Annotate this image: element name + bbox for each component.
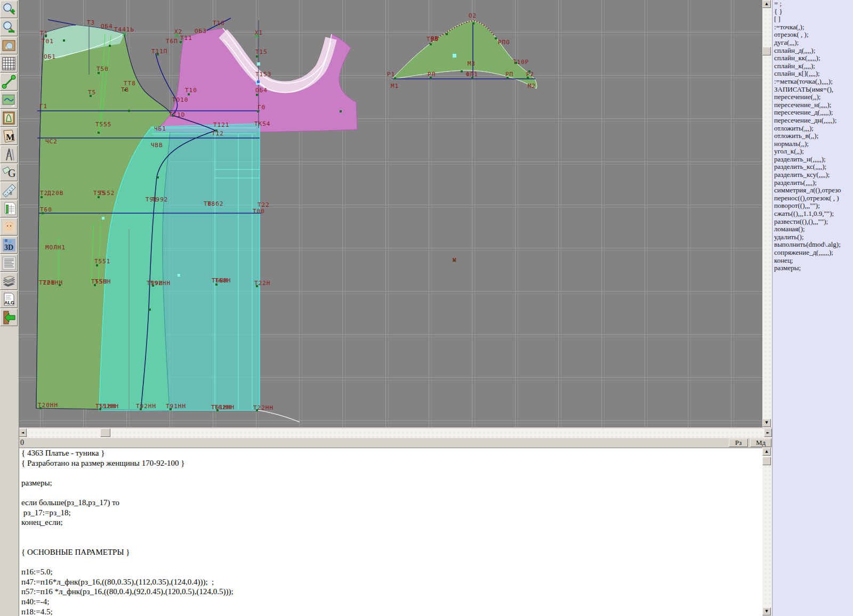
- editor-line[interactable]: размеры;: [19, 478, 762, 488]
- pattern-frame-button[interactable]: [0, 109, 18, 127]
- svg-text:ALG: ALG: [4, 300, 14, 305]
- command-item[interactable]: пересечение_н(,,,,);: [772, 101, 853, 109]
- command-item[interactable]: развести((),(),,,"");: [772, 218, 853, 226]
- command-item[interactable]: [ ]: [772, 15, 853, 23]
- command-item[interactable]: { }: [772, 8, 853, 16]
- md-button[interactable]: Мд: [750, 439, 771, 447]
- command-item[interactable]: перенос((),отрезок( , ): [772, 194, 853, 202]
- editor-line[interactable]: [19, 488, 762, 498]
- command-item[interactable]: сплайн_кк(,,,,,);: [772, 54, 853, 62]
- editor-line[interactable]: { ОСНОВНЫЕ ПАРАМЕТРЫ }: [19, 547, 762, 557]
- command-item[interactable]: угол_к(,,);: [772, 148, 853, 156]
- rz-button[interactable]: Рз: [729, 439, 748, 447]
- svg-text:M: M: [6, 132, 14, 142]
- alg-file-button[interactable]: ALG: [0, 290, 18, 308]
- command-item[interactable]: выполнить(dmod\.alg);: [772, 241, 853, 249]
- command-item[interactable]: нормаль(,,);: [772, 140, 853, 148]
- command-item[interactable]: :=точка(,);: [772, 23, 853, 31]
- grading-g-button[interactable]: G: [0, 164, 18, 181]
- command-item[interactable]: отложить_в(,,);: [772, 132, 853, 140]
- editor-line[interactable]: п57:=п16 *л_фнк(рз_16,((80,0.4),(92,0.45…: [19, 587, 762, 597]
- editor-line[interactable]: рз_17:=рз_18;: [19, 508, 762, 518]
- command-item[interactable]: размеры;: [772, 264, 853, 272]
- svg-text:3D: 3D: [4, 244, 13, 252]
- command-item[interactable]: пересечение(,,);: [772, 93, 853, 101]
- blue-marker: [257, 80, 260, 83]
- editor-scroll-thumb[interactable]: [762, 457, 771, 465]
- editor-line[interactable]: [19, 557, 762, 568]
- command-item[interactable]: поворот((),,,"");: [772, 202, 853, 210]
- scroll-down-icon[interactable]: ▼: [762, 607, 771, 615]
- zoom-out-button[interactable]: [0, 19, 18, 36]
- editor-line[interactable]: [19, 528, 762, 538]
- command-item[interactable]: ЗАПИСАТЬ(имя=(),: [772, 86, 853, 94]
- measure-line-button[interactable]: [0, 73, 18, 91]
- zoom-in-button[interactable]: [0, 1, 18, 18]
- command-item[interactable]: сплайн_к[](,,,,);: [772, 70, 853, 78]
- command-item[interactable]: отложить(,,,);: [772, 125, 853, 133]
- scroll-right-icon[interactable]: ►: [764, 428, 772, 437]
- left-toolbar: M А G 8 3D ALG: [0, 0, 19, 616]
- command-item[interactable]: сопряжение_д(,,,,,,);: [772, 249, 853, 257]
- command-item[interactable]: конец;: [772, 257, 853, 265]
- editor-line[interactable]: { Разработано на размер женщины 170-92-1…: [19, 458, 762, 468]
- editor-line[interactable]: если больше(рз_18,рз_17) то: [19, 498, 762, 508]
- command-item[interactable]: сплайн_к(,,,,);: [772, 62, 853, 70]
- command-item[interactable]: разделить(,,,,);: [772, 179, 853, 187]
- scroll-down-icon[interactable]: ▼: [762, 419, 771, 427]
- editor-line[interactable]: конец_если;: [19, 517, 762, 528]
- editor-line[interactable]: п47:=п16*л_фнк(рз_16,((80,0.35),(112,0.3…: [19, 577, 762, 587]
- command-item[interactable]: отрезок( , );: [772, 31, 853, 39]
- scroll-left-icon[interactable]: ◄: [19, 428, 27, 437]
- command-item[interactable]: разделить_н(,,,,,);: [772, 156, 853, 164]
- command-item[interactable]: :=метка(точка(,),,,,);: [772, 78, 853, 86]
- editor-line[interactable]: [19, 468, 762, 478]
- drafting-tools-button[interactable]: А: [0, 145, 18, 163]
- command-item[interactable]: = ;: [772, 0, 853, 8]
- 3d-view-button[interactable]: 3D: [0, 236, 18, 254]
- command-item[interactable]: симметрия_л((),отрезо: [772, 187, 853, 194]
- editor-line[interactable]: п16:=5.0;: [19, 567, 762, 577]
- canvas-vscrollbar[interactable]: ▲ ▼: [762, 0, 772, 427]
- code-editor[interactable]: { 4363 Платье - туника }{ Разработано на…: [19, 448, 762, 616]
- size-table-button[interactable]: [0, 200, 18, 217]
- editor-line[interactable]: { 4363 Платье - туника }: [19, 448, 762, 458]
- vscroll-thumb[interactable]: [762, 47, 771, 55]
- canvas-hscrollbar[interactable]: ◄ ►: [19, 428, 772, 438]
- books-button[interactable]: [0, 272, 18, 290]
- command-item[interactable]: пересечение_д(,,,,,);: [772, 109, 853, 117]
- svg-text:А: А: [7, 152, 10, 155]
- command-panel[interactable]: = ;{ }[ ]:=точка(,);отрезок( , );дуга(,,…: [772, 0, 853, 616]
- hscroll-thumb[interactable]: [100, 428, 110, 437]
- scroll-up-icon[interactable]: ▲: [762, 448, 771, 456]
- model-photo-button[interactable]: [0, 218, 18, 236]
- command-item[interactable]: сжать((),,,1.1,0.9,"");: [772, 210, 853, 218]
- pattern-m-button[interactable]: M: [0, 127, 18, 145]
- svg-text:8: 8: [10, 191, 12, 196]
- app-window: Т1Т01ОБ1Т3ОБ4Т441ЬТ50ТТ8Т8Т5Г1Т555ЧС2Т2Д…: [0, 0, 853, 616]
- ruler-button[interactable]: 8: [0, 182, 18, 199]
- editor-line[interactable]: п40:=-4;: [19, 597, 762, 607]
- exit-button[interactable]: [0, 309, 18, 326]
- command-item[interactable]: пересечение_дн(,,,,,);: [772, 117, 853, 125]
- editor-line[interactable]: п18:=4.5;: [19, 607, 762, 616]
- picture-button[interactable]: [0, 91, 18, 109]
- status-value: 0: [20, 439, 24, 447]
- command-item[interactable]: удалить();: [772, 233, 853, 241]
- command-item[interactable]: разделить_кс(,,,,);: [772, 163, 853, 171]
- editor-vscrollbar[interactable]: ▲ ▼: [762, 448, 772, 616]
- command-item[interactable]: ломаная();: [772, 225, 853, 233]
- text-list-button[interactable]: [0, 254, 18, 272]
- grid-button[interactable]: [0, 55, 18, 72]
- editor-line[interactable]: [19, 537, 762, 547]
- scroll-up-icon[interactable]: ▲: [762, 0, 771, 8]
- command-item[interactable]: сплайн_д(,,,,);: [772, 47, 853, 55]
- status-bar: 0 Рз Мд: [19, 438, 772, 448]
- view-piece-button[interactable]: [0, 37, 18, 54]
- pattern-drawing: [0, 0, 762, 427]
- command-item[interactable]: разделить_ксу(,,,,);: [772, 171, 853, 179]
- svg-text:G: G: [8, 167, 15, 179]
- command-item[interactable]: дуга(,,,);: [772, 39, 853, 47]
